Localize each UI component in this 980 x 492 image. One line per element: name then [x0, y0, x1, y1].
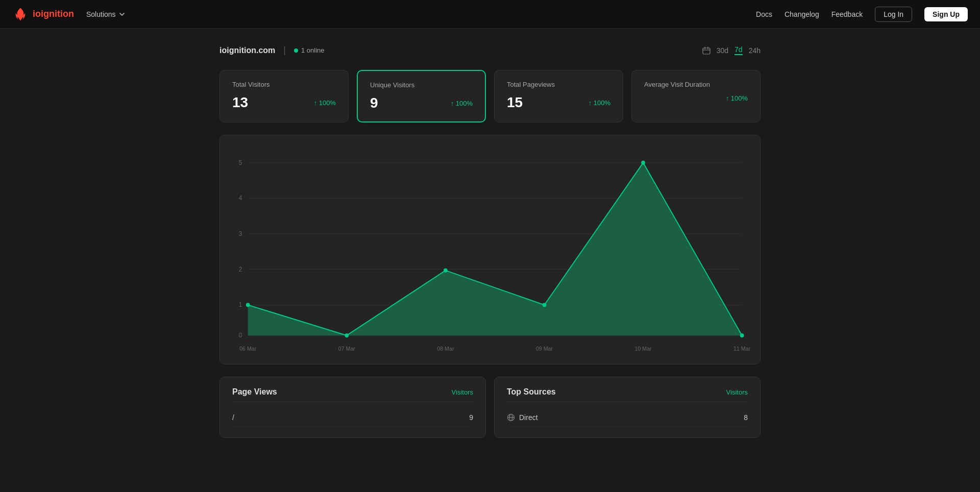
page-views-row-0-value: 9	[469, 413, 473, 422]
changelog-link[interactable]: Changelog	[785, 10, 819, 18]
top-sources-header: Top Sources Visitors	[507, 387, 748, 402]
navbar: ioignition Solutions Docs Changelog Feed…	[0, 0, 980, 29]
site-info: ioignition.com | 1 online	[219, 45, 325, 56]
svg-text:3: 3	[239, 230, 242, 237]
svg-text:07 Mar: 07 Mar	[338, 346, 355, 352]
svg-text:2: 2	[239, 266, 242, 273]
chevron-down-icon	[119, 11, 125, 17]
solutions-label: Solutions	[86, 10, 116, 18]
stat-value-total-pageviews: 15	[507, 94, 523, 111]
stats-grid: Total Visitors 13 ↑ 100% Unique Visitors…	[219, 70, 761, 122]
solutions-menu[interactable]: Solutions	[86, 10, 125, 18]
logo-text: ioignition	[33, 9, 74, 19]
top-sources-title: Top Sources	[507, 387, 556, 397]
page-views-col-label: Visitors	[452, 388, 473, 396]
site-name: ioignition.com	[219, 46, 275, 55]
time-filters: 30d 7d 24h	[702, 45, 761, 55]
calendar-icon	[702, 46, 710, 55]
stat-row-unique-visitors: 9 ↑ 100%	[370, 95, 473, 111]
signup-button[interactable]: Sign Up	[924, 7, 968, 21]
stat-card-avg-duration[interactable]: Average Visit Duration ↑ 100%	[631, 70, 761, 122]
site-header: ioignition.com | 1 online 30d 7d 24h	[219, 45, 761, 56]
stat-change-total-pageviews: ↑ 100%	[589, 99, 610, 107]
logo-flame-icon	[12, 6, 29, 22]
svg-text:4: 4	[239, 194, 242, 201]
top-sources-row-0[interactable]: Direct 8	[507, 408, 748, 427]
svg-text:09 Mar: 09 Mar	[536, 346, 553, 352]
time-filter-24h[interactable]: 24h	[749, 46, 761, 55]
stat-row-total-pageviews: 15 ↑ 100%	[507, 94, 610, 111]
svg-point-18	[641, 161, 645, 165]
stat-label-total-pageviews: Total Pageviews	[507, 81, 610, 88]
stat-card-total-pageviews[interactable]: Total Pageviews 15 ↑ 100%	[494, 70, 623, 122]
stat-change-total-visitors: ↑ 100%	[314, 99, 336, 107]
stat-change-unique-visitors: ↑ 100%	[451, 100, 473, 107]
svg-text:10 Mar: 10 Mar	[635, 346, 652, 352]
stat-card-total-visitors[interactable]: Total Visitors 13 ↑ 100%	[219, 70, 349, 122]
stat-change-avg-duration: ↑ 100%	[726, 94, 748, 102]
svg-point-19	[740, 333, 744, 337]
top-sources-col-label: Visitors	[726, 388, 748, 396]
online-count: 1 online	[301, 46, 325, 54]
stat-label-avg-duration: Average Visit Duration	[644, 81, 748, 88]
visitors-chart: 5 4 3 2 1 0 06 Mar 07 Mar 08 Mar 09 Mar …	[219, 135, 761, 364]
svg-text:08 Mar: 08 Mar	[437, 346, 454, 352]
chart-svg: 5 4 3 2 1 0 06 Mar 07 Mar 08 Mar 09 Mar …	[228, 147, 752, 356]
globe-icon	[507, 413, 515, 422]
login-button[interactable]: Log In	[875, 7, 912, 22]
docs-link[interactable]: Docs	[756, 10, 772, 18]
navbar-right: Docs Changelog Feedback Log In Sign Up	[756, 7, 968, 22]
stat-label-unique-visitors: Unique Visitors	[370, 81, 473, 89]
stat-value-unique-visitors: 9	[370, 95, 378, 111]
page-views-row-0-label: /	[232, 413, 234, 422]
time-filter-30d[interactable]: 30d	[717, 46, 728, 55]
page-views-panel: Page Views Visitors / 9	[219, 377, 486, 438]
separator: |	[283, 45, 286, 56]
stat-card-unique-visitors[interactable]: Unique Visitors 9 ↑ 100%	[357, 70, 486, 122]
svg-text:0: 0	[239, 332, 242, 338]
online-dot	[294, 48, 298, 53]
main-content: ioignition.com | 1 online 30d 7d 24h Tot…	[209, 29, 771, 454]
svg-point-17	[543, 303, 547, 307]
top-sources-panel: Top Sources Visitors Direct 8	[494, 377, 761, 438]
online-badge: 1 online	[294, 46, 325, 54]
bottom-grid: Page Views Visitors / 9 Top Sources Visi…	[219, 377, 761, 438]
stat-row-total-visitors: 13 ↑ 100%	[232, 94, 336, 111]
svg-marker-13	[248, 163, 742, 335]
svg-text:11 Mar: 11 Mar	[733, 346, 750, 352]
feedback-link[interactable]: Feedback	[831, 10, 863, 18]
svg-text:06 Mar: 06 Mar	[239, 346, 256, 352]
stat-row-avg-duration: ↑ 100%	[644, 94, 748, 102]
top-sources-row-0-value: 8	[744, 413, 748, 422]
page-views-header: Page Views Visitors	[232, 387, 473, 402]
stat-value-total-visitors: 13	[232, 94, 248, 111]
svg-point-15	[345, 333, 349, 337]
stat-label-total-visitors: Total Visitors	[232, 81, 336, 88]
logo-link[interactable]: ioignition	[12, 6, 74, 22]
svg-point-14	[246, 303, 250, 307]
page-views-row-0[interactable]: / 9	[232, 408, 473, 427]
svg-text:5: 5	[239, 159, 242, 166]
time-filter-7d[interactable]: 7d	[734, 45, 743, 55]
page-views-title: Page Views	[232, 387, 277, 397]
svg-point-16	[444, 268, 448, 273]
svg-rect-0	[703, 48, 710, 54]
svg-text:1: 1	[239, 301, 242, 308]
top-sources-row-0-label: Direct	[507, 413, 538, 422]
